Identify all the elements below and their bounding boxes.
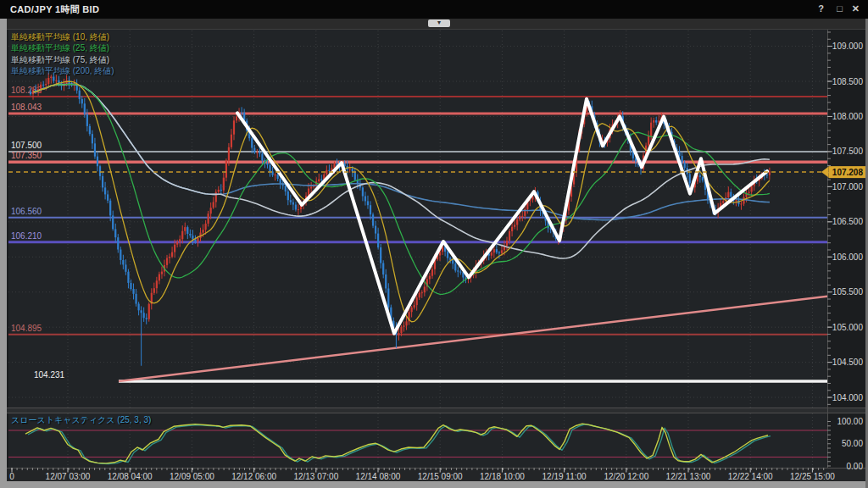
legend-item-ma25: 単純移動平均線 (25, 終値) xyxy=(11,42,114,53)
svg-text:108.043: 108.043 xyxy=(11,103,42,112)
window-border-bottom xyxy=(0,481,868,488)
ma-legend: 単純移動平均線 (10, 終値) 単純移動平均線 (25, 終値) 単純移動平均… xyxy=(11,31,114,77)
legend-item-ma10: 単純移動平均線 (10, 終値) xyxy=(11,31,114,42)
close-button[interactable]: ✕ xyxy=(852,3,860,14)
chart-canvas[interactable]: 108.283108.043107.500107.350106.560106.2… xyxy=(0,0,868,488)
svg-text:104.895: 104.895 xyxy=(11,324,42,333)
stochastic-label: スローストキャスティクス (25, 3, 3) xyxy=(11,414,151,426)
svg-text:106.560: 106.560 xyxy=(11,207,42,216)
maximize-button[interactable]: □ xyxy=(837,3,843,14)
time-axis[interactable] xyxy=(7,468,827,481)
app-window: 108.283108.043107.500107.350106.560106.2… xyxy=(0,0,868,488)
help-button[interactable]: ? xyxy=(818,3,824,14)
svg-text:104.231: 104.231 xyxy=(34,370,65,380)
title-bar[interactable]: CAD/JPY 1時間 BID ? □ ✕ xyxy=(0,0,868,19)
window-border-left xyxy=(0,19,7,488)
svg-text:107.350: 107.350 xyxy=(11,151,42,160)
svg-text:107.500: 107.500 xyxy=(11,141,42,150)
window-title: CAD/JPY 1時間 BID xyxy=(10,3,99,16)
toolbar-strip: ▾ xyxy=(7,19,865,30)
legend-item-ma200: 単純移動平均線 (200, 終値) xyxy=(11,65,114,76)
legend-item-ma75: 単純移動平均線 (75, 終値) xyxy=(11,54,114,65)
svg-text:106.210: 106.210 xyxy=(11,231,42,241)
price-axis[interactable] xyxy=(827,29,865,468)
collapse-panel-button[interactable]: ▾ xyxy=(428,19,450,27)
